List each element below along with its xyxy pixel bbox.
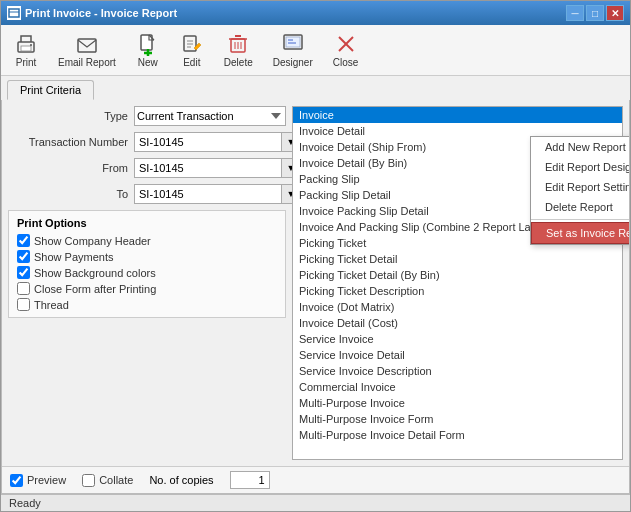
svg-point-4 (30, 44, 32, 46)
delete-button[interactable]: Delete (217, 29, 260, 71)
show-company-header-row: Show Company Header (17, 234, 277, 247)
window-title: Print Invoice - Invoice Report (25, 7, 177, 19)
close-toolbar-label: Close (333, 57, 359, 68)
left-panel: Type Current Transaction Transaction Num… (2, 100, 292, 466)
to-row: To ▼ (8, 184, 286, 204)
context-menu-item-edit-report-settings[interactable]: Edit Report Settings (531, 177, 629, 197)
toolbar: Print Email Report (1, 25, 630, 76)
preview-label: Preview (27, 474, 66, 486)
delete-label: Delete (224, 57, 253, 68)
from-input[interactable] (134, 158, 281, 178)
print-options-title: Print Options (17, 217, 277, 229)
report-list-item[interactable]: Service Invoice (293, 331, 622, 347)
thread-row: Thread (17, 298, 277, 311)
transaction-number-field-group: ▼ (134, 132, 301, 152)
print-label: Print (16, 57, 37, 68)
svg-rect-3 (21, 46, 31, 51)
report-list-item[interactable]: Invoice Detail (Cost) (293, 315, 622, 331)
preview-check-group: Preview (10, 474, 66, 487)
edit-icon (180, 32, 204, 56)
thread-label: Thread (34, 299, 69, 311)
close-toolbar-icon (334, 32, 358, 56)
type-select[interactable]: Current Transaction (134, 106, 286, 126)
email-report-label: Email Report (58, 57, 116, 68)
report-list-item[interactable]: Picking Ticket Detail (By Bin) (293, 267, 622, 283)
title-bar: Print Invoice - Invoice Report ─ □ ✕ (1, 1, 630, 25)
designer-icon (281, 32, 305, 56)
report-list-item[interactable]: Service Invoice Description (293, 363, 622, 379)
delete-icon (226, 32, 250, 56)
transaction-number-label: Transaction Number (8, 136, 128, 148)
context-menu-item-set-as-invoice-report[interactable]: Set as Invoice Report (531, 222, 629, 244)
show-company-header-label: Show Company Header (34, 235, 151, 247)
show-payments-checkbox[interactable] (17, 250, 30, 263)
context-menu: Add New ReportEdit Report DesignEdit Rep… (530, 136, 629, 245)
close-form-after-printing-checkbox[interactable] (17, 282, 30, 295)
bottom-bar: Preview Collate No. of copies (2, 466, 629, 493)
to-label: To (8, 188, 128, 200)
svg-rect-5 (78, 39, 96, 52)
context-menu-item-edit-report-design[interactable]: Edit Report Design (531, 157, 629, 177)
maximize-button[interactable]: □ (586, 5, 604, 21)
tab-print-criteria[interactable]: Print Criteria (7, 80, 94, 100)
report-list-item[interactable]: Multi-Purpose Invoice (293, 395, 622, 411)
show-background-colors-checkbox[interactable] (17, 266, 30, 279)
copies-input[interactable] (230, 471, 270, 489)
status-text: Ready (9, 497, 41, 509)
minimize-button[interactable]: ─ (566, 5, 584, 21)
show-company-header-checkbox[interactable] (17, 234, 30, 247)
email-icon (75, 32, 99, 56)
new-button[interactable]: New (129, 29, 167, 71)
svg-rect-0 (9, 9, 19, 17)
report-list-item[interactable]: Invoice (293, 107, 622, 123)
status-bar: Ready (1, 494, 630, 511)
from-label: From (8, 162, 128, 174)
show-background-colors-row: Show Background colors (17, 266, 277, 279)
transaction-number-input[interactable] (134, 132, 281, 152)
transaction-number-row: Transaction Number ▼ (8, 132, 286, 152)
report-list-item[interactable]: Service Invoice Detail (293, 347, 622, 363)
new-label: New (138, 57, 158, 68)
title-controls: ─ □ ✕ (566, 5, 624, 21)
print-icon (14, 32, 38, 56)
new-icon (136, 32, 160, 56)
designer-label: Designer (273, 57, 313, 68)
report-list-item[interactable]: Picking Ticket Description (293, 283, 622, 299)
type-label: Type (8, 110, 128, 122)
svg-rect-20 (286, 37, 300, 47)
report-list-panel: InvoiceInvoice DetailInvoice Detail (Shi… (292, 100, 629, 466)
report-list-item[interactable]: Multi-Purpose Invoice Form (293, 411, 622, 427)
close-toolbar-button[interactable]: Close (326, 29, 366, 71)
from-row: From ▼ (8, 158, 286, 178)
preview-checkbox[interactable] (10, 474, 23, 487)
title-bar-left: Print Invoice - Invoice Report (7, 6, 177, 20)
main-window: Print Invoice - Invoice Report ─ □ ✕ Pri… (0, 0, 631, 512)
window-close-button[interactable]: ✕ (606, 5, 624, 21)
close-form-after-printing-label: Close Form after Printing (34, 283, 156, 295)
show-payments-label: Show Payments (34, 251, 113, 263)
from-field-group: ▼ (134, 158, 301, 178)
close-form-after-printing-row: Close Form after Printing (17, 282, 277, 295)
report-list-item[interactable]: Picking Ticket Detail (293, 251, 622, 267)
to-field-group: ▼ (134, 184, 301, 204)
to-input[interactable] (134, 184, 281, 204)
collate-check-group: Collate (82, 474, 133, 487)
tab-bar: Print Criteria (1, 76, 630, 100)
context-menu-item-add-new-report[interactable]: Add New Report (531, 137, 629, 157)
print-button[interactable]: Print (7, 29, 45, 71)
report-list-item[interactable]: Invoice (Dot Matrix) (293, 299, 622, 315)
edit-button[interactable]: Edit (173, 29, 211, 71)
collate-checkbox[interactable] (82, 474, 95, 487)
edit-label: Edit (183, 57, 200, 68)
copies-label: No. of copies (149, 474, 213, 486)
context-menu-divider (531, 219, 629, 220)
report-list-item[interactable]: Commercial Invoice (293, 379, 622, 395)
type-row: Type Current Transaction (8, 106, 286, 126)
main-content: Type Current Transaction Transaction Num… (2, 100, 629, 466)
email-report-button[interactable]: Email Report (51, 29, 123, 71)
context-menu-item-delete-report[interactable]: Delete Report (531, 197, 629, 217)
designer-button[interactable]: Designer (266, 29, 320, 71)
thread-checkbox[interactable] (17, 298, 30, 311)
report-list-item[interactable]: Multi-Purpose Invoice Detail Form (293, 427, 622, 443)
window-icon (7, 6, 21, 20)
